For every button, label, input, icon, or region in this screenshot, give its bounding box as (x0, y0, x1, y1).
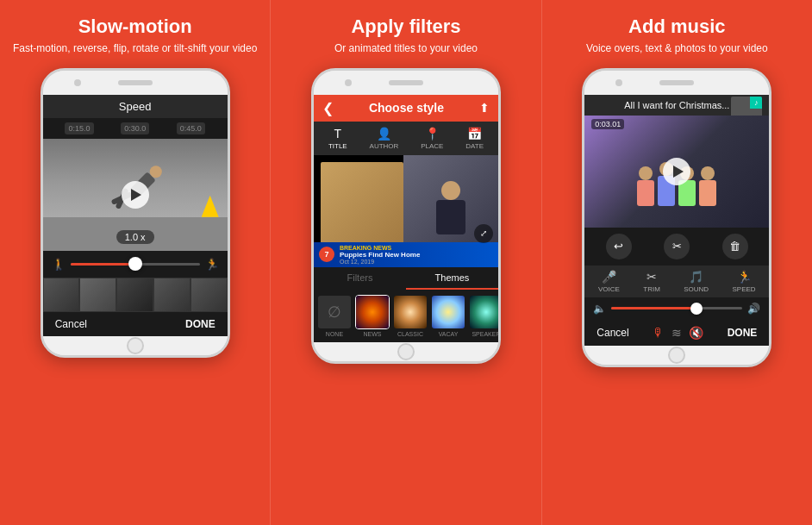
filter-vacay-img (431, 295, 465, 329)
music-video-preview: 0:03.01 (584, 116, 769, 228)
vacay-thumb (432, 296, 465, 328)
place-tab-label: PLACE (421, 142, 443, 150)
filter-thumbnails: ∅ NONE NEWS CLASSIC (314, 290, 498, 342)
slider-fill (71, 263, 135, 266)
speed-video-preview: 1.0 x (43, 139, 228, 251)
slider-thumb[interactable] (128, 257, 142, 271)
filter-news[interactable]: NEWS (355, 295, 390, 337)
volume-low-icon: 🔈 (593, 303, 606, 315)
party-person-4 (699, 166, 716, 206)
back-button[interactable]: ❮ (322, 100, 334, 116)
speed-icon: 🏃 (737, 270, 752, 284)
party-person-1 (637, 166, 654, 206)
speed-slider[interactable] (71, 263, 200, 266)
scissors-button[interactable]: ✂ (664, 234, 690, 259)
voice-label: VOICE (598, 285, 620, 293)
filter-header: ❮ Choose style ⬆ (314, 95, 498, 122)
song-title: All I want for Christmas... (624, 100, 729, 110)
speed-header: Speed (43, 95, 228, 118)
panel1-title: Slow-motion (78, 16, 192, 38)
speed-timeline: 0:15.0 0:30.0 0:45.0 (43, 118, 228, 139)
phone3-home-button[interactable] (668, 347, 685, 364)
filter-classic[interactable]: CLASSIC (393, 295, 428, 337)
anchor-head (441, 181, 460, 200)
volume-slider[interactable] (611, 307, 742, 309)
filter-tabs: T TITLE 👤 AUTHOR 📍 PLACE 📅 DATE (314, 122, 498, 155)
share-button[interactable]: ⬆ (479, 101, 490, 115)
tab-date[interactable]: 📅 DATE (465, 127, 484, 150)
cancel-button[interactable]: Cancel (55, 318, 87, 330)
phone1-screen: Speed 0:15.0 0:30.0 0:45.0 (43, 95, 228, 336)
music-cancel-button[interactable]: Cancel (597, 327, 628, 339)
news-banner: 7 BREAKING NEWS Puppies Find New Home Oc… (314, 242, 498, 267)
toolbar-sound[interactable]: 🎵 SOUND (684, 270, 709, 293)
speed-label: SPEED (732, 285, 755, 293)
volume-thumb[interactable] (690, 303, 703, 315)
music-note-badge: ♪ (750, 97, 762, 109)
author-tab-label: AUTHOR (370, 142, 399, 150)
filter-news-label: NEWS (363, 331, 381, 337)
delete-button[interactable]: 🗑 (722, 234, 748, 259)
title-tab-label: TITLE (328, 142, 347, 150)
anchor-suit (436, 200, 465, 234)
filters-tab[interactable]: Filters (314, 267, 406, 290)
phone3-camera (615, 79, 622, 86)
filter-vacay[interactable]: VACAY (431, 295, 465, 337)
done-button[interactable]: DONE (185, 318, 215, 330)
filter-speaker-label: SPEAKER (472, 331, 498, 337)
phone3-speaker (659, 80, 694, 85)
toolbar-speed[interactable]: 🏃 SPEED (732, 270, 755, 293)
undo-button[interactable]: ↩ (606, 234, 632, 259)
panel3-title: Add music (628, 16, 725, 38)
volume-row: 🔈 🔊 (584, 297, 769, 320)
filter-classic-label: CLASSIC (397, 331, 423, 337)
music-play-button[interactable] (663, 158, 690, 185)
phone-2: ❮ Choose style ⬆ T TITLE 👤 AUTHOR 📍 PLAC… (311, 68, 501, 364)
filter-none-img: ∅ (317, 295, 352, 329)
music-header: All I want for Christmas... ♪ (584, 95, 769, 116)
phone2-home-button[interactable] (397, 343, 415, 360)
tab-author[interactable]: 👤 AUTHOR (370, 127, 399, 150)
filter-none-label: NONE (326, 331, 343, 337)
music-done-button[interactable]: DONE (728, 327, 758, 339)
film-frame-4 (153, 278, 191, 312)
film-frame-2 (79, 278, 116, 312)
time-3: 0:45.0 (177, 122, 205, 134)
expand-button[interactable]: ⤢ (474, 224, 493, 243)
none-icon: ∅ (318, 296, 351, 328)
filter-vacay-label: VACAY (439, 331, 459, 337)
toolbar-voice[interactable]: 🎤 VOICE (598, 270, 620, 293)
tab-place[interactable]: 📍 PLACE (421, 127, 443, 150)
news-text-area: BREAKING NEWS Puppies Find New Home Oct … (340, 245, 493, 265)
phone1-home-button[interactable] (127, 337, 144, 354)
speed-bottom-bar: Cancel DONE (43, 312, 228, 336)
trim-label: TRIM (643, 285, 660, 293)
phone2-bottombar (314, 342, 498, 361)
phone1-bottombar (43, 336, 228, 355)
date-tab-icon: 📅 (467, 127, 482, 141)
panel-slow-motion: Slow-motion Fast-motion, reverse, flip, … (0, 0, 270, 525)
mute-button[interactable]: 🔇 (689, 326, 703, 340)
title-tab-icon: T (334, 127, 342, 141)
play-button[interactable] (122, 181, 149, 209)
phone1-topbar (43, 71, 228, 95)
filter-none[interactable]: ∅ NONE (317, 295, 352, 337)
panel-filters: Apply filters Or animated titles to your… (270, 0, 540, 525)
phone1-speaker (118, 80, 153, 85)
time-2: 0:30.0 (121, 122, 149, 134)
phone2-speaker (389, 80, 423, 85)
place-tab-icon: 📍 (425, 127, 440, 141)
themes-tab[interactable]: Themes (406, 267, 498, 290)
phone3-screen: All I want for Christmas... ♪ (584, 95, 769, 346)
panel2-subtitle: Or animated titles to your video (334, 41, 478, 56)
phone-3: All I want for Christmas... ♪ (582, 68, 771, 367)
toolbar-trim[interactable]: ✂ TRIM (643, 270, 660, 293)
sound-label: SOUND (684, 285, 709, 293)
phone3-topbar (584, 71, 769, 95)
filter-classic-img (393, 295, 428, 329)
filter-speaker[interactable]: SPEAKER (469, 295, 498, 337)
mic-button[interactable]: 🎙 (653, 326, 665, 340)
news-overlay: 7 BREAKING NEWS Puppies Find New Home Oc… (314, 242, 498, 267)
tab-title[interactable]: T TITLE (328, 127, 347, 150)
filmstrip (43, 278, 228, 312)
